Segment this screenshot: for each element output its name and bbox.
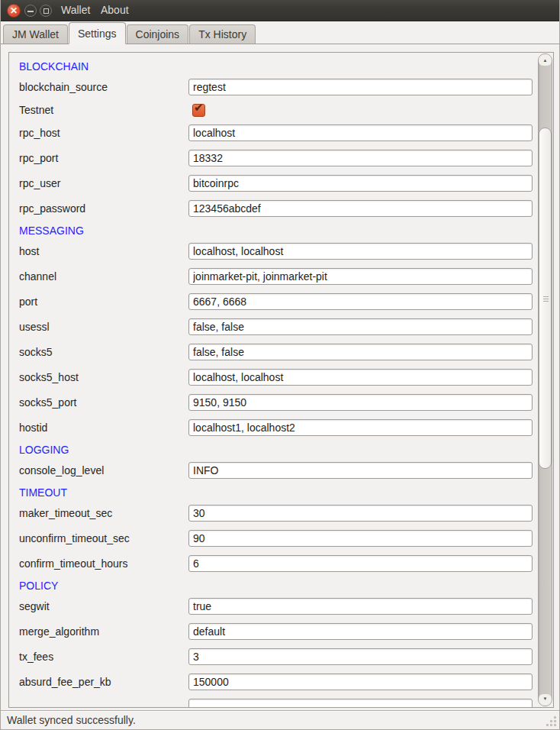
tab-bar: JM Wallet Settings Coinjoins Tx History [1, 21, 559, 44]
field-label: Testnet [19, 104, 188, 117]
input-maker_timeout_sec[interactable] [188, 505, 533, 522]
input-merge_algorithm[interactable] [188, 623, 533, 640]
input-usessl[interactable] [188, 318, 533, 335]
titlebar: ✕ Wallet About [1, 0, 559, 21]
section-header: MESSAGING [19, 225, 84, 237]
input-segwit[interactable] [188, 598, 533, 615]
field-label: tx_fees [19, 648, 188, 665]
tab-jm-wallet[interactable]: JM Wallet [3, 24, 68, 44]
section-header: TIMEOUT [19, 487, 67, 499]
settings-row: rpc_host [19, 124, 539, 150]
settings-row: socks5_host [19, 369, 539, 394]
field-label: channel [19, 268, 188, 285]
input-tx_fees[interactable] [188, 648, 533, 665]
section-row: LOGGING [19, 444, 539, 462]
input-rpc_password[interactable] [188, 200, 533, 217]
field-label: hostid [19, 419, 188, 436]
maximize-icon [43, 8, 49, 14]
input-unconfirm_timeout_sec[interactable] [188, 530, 533, 547]
settings-row: socks5 [19, 344, 539, 369]
settings-row: rpc_password [19, 200, 539, 225]
scrollbar-thumb[interactable] [539, 128, 552, 469]
scroll-up-button[interactable]: ▲ [539, 54, 552, 66]
settings-row: maker_timeout_sec [19, 505, 539, 530]
settings-row: channel [19, 268, 539, 293]
minimize-button[interactable] [24, 5, 37, 17]
settings-rows: BLOCKCHAINblockchain_sourceTestnet✔rpc_h… [9, 53, 539, 708]
input-channel[interactable] [188, 268, 533, 285]
settings-pane: BLOCKCHAINblockchain_sourceTestnet✔rpc_h… [1, 44, 559, 710]
input-rpc_port[interactable] [188, 150, 533, 166]
tab-tx-history[interactable]: Tx History [189, 24, 256, 44]
settings-row: Testnet✔ [19, 104, 539, 124]
field-label: rpc_user [19, 175, 188, 192]
input-rpc_user[interactable] [188, 175, 533, 192]
input-host[interactable] [188, 243, 533, 260]
field-label: socks5_port [19, 394, 188, 411]
input-port[interactable] [188, 293, 533, 310]
settings-row: tx_fees [19, 648, 539, 673]
settings-row: hostid [19, 419, 539, 444]
section-row: MESSAGING [19, 225, 539, 243]
vertical-scrollbar[interactable]: ▲ ▼ [538, 53, 552, 706]
input-socks5_host[interactable] [188, 369, 533, 386]
settings-row: rpc_user [19, 175, 539, 200]
field-label: socks5 [19, 344, 188, 360]
resize-grip[interactable] [550, 720, 552, 722]
input-blockchain_source[interactable] [188, 79, 533, 95]
settings-row: segwit [19, 598, 539, 623]
settings-scroll-area: BLOCKCHAINblockchain_sourceTestnet✔rpc_h… [8, 52, 554, 708]
field-label: absurd_fee_per_kb [19, 673, 188, 690]
field-label: port [19, 293, 188, 310]
tab-coinjoins[interactable]: Coinjoins [127, 24, 189, 44]
settings-row: absurd_fee_per_kb [19, 673, 539, 699]
minimize-icon [27, 11, 34, 12]
input-confirm_timeout_hours[interactable] [188, 555, 533, 572]
settings-row: host [19, 243, 539, 268]
settings-row: console_log_level [19, 462, 539, 487]
input-partial[interactable] [188, 699, 533, 708]
input-socks5_port[interactable] [188, 394, 533, 411]
settings-row: rpc_port [19, 150, 539, 175]
settings-row: port [19, 293, 539, 318]
input-socks5[interactable] [188, 344, 533, 360]
scroll-up-icon: ▲ [543, 58, 548, 63]
menu-about[interactable]: About [101, 0, 129, 21]
field-label: segwit [19, 598, 188, 615]
field-label: socks5_host [19, 369, 188, 386]
field-label: host [19, 243, 188, 260]
settings-row: blockchain_source [19, 79, 539, 104]
input-absurd_fee_per_kb[interactable] [188, 673, 533, 690]
section-header: LOGGING [19, 444, 69, 456]
input-hostid[interactable] [188, 419, 533, 436]
section-row: BLOCKCHAIN [19, 61, 539, 79]
section-row: POLICY [19, 580, 539, 598]
field-label: maker_timeout_sec [19, 505, 188, 522]
status-bar: Wallet synced successfully. [1, 710, 559, 729]
section-row: TIMEOUT [19, 487, 539, 505]
section-header: BLOCKCHAIN [19, 61, 89, 73]
menu-wallet[interactable]: Wallet [61, 0, 90, 21]
section-header: POLICY [19, 580, 58, 592]
settings-row [19, 699, 539, 708]
field-label: rpc_host [19, 124, 188, 141]
maximize-button[interactable] [40, 5, 52, 17]
field-label: usessl [19, 318, 188, 335]
checkmark-icon: ✔ [194, 101, 204, 115]
checkbox-testnet[interactable]: ✔ [192, 104, 205, 117]
input-console_log_level[interactable] [188, 462, 533, 479]
field-label: confirm_timeout_hours [19, 555, 188, 572]
settings-row: unconfirm_timeout_sec [19, 530, 539, 555]
field-label: unconfirm_timeout_sec [19, 530, 188, 547]
settings-row: usessl [19, 318, 539, 344]
input-rpc_host[interactable] [188, 124, 533, 141]
field-label: rpc_port [19, 150, 188, 166]
field-label: blockchain_source [19, 79, 188, 95]
scroll-down-icon: ▼ [543, 696, 548, 701]
scroll-down-button[interactable]: ▼ [539, 694, 552, 706]
app-window: ✕ Wallet About JM Wallet Settings Coinjo… [0, 0, 560, 730]
field-label: rpc_password [19, 200, 188, 217]
close-button[interactable]: ✕ [7, 4, 21, 18]
scrollbar-grip-icon [543, 299, 549, 299]
tab-settings[interactable]: Settings [69, 22, 126, 44]
